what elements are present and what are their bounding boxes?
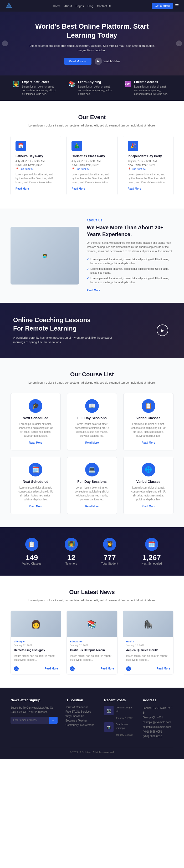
- course-readmore-6[interactable]: Read More: [142, 505, 155, 508]
- event-readmore-2[interactable]: Read More: [71, 187, 85, 190]
- course-readmore-4[interactable]: Read More: [29, 505, 42, 508]
- course-desc-3: Lorem ipsum dolor sit amet, consectetur …: [129, 422, 167, 438]
- nav-links: Home About Pages Blog Contact Us: [53, 4, 111, 8]
- access-icon: ♾️: [124, 81, 131, 88]
- course-title-3: Varied Classes: [129, 416, 167, 420]
- event-readmore-3[interactable]: Read More: [128, 187, 141, 190]
- footer-it-title: IT Solution: [65, 698, 96, 702]
- coaching-section: Online Coaching Lessons For Remote Learn…: [0, 303, 184, 358]
- footer-link-teacher[interactable]: Become a Teacher: [65, 719, 96, 722]
- about-check-3: ✓Lorem ipsum dolor sit amet, consectetur…: [87, 276, 174, 285]
- stat-icon-4: 🗓️: [145, 538, 158, 551]
- courses-section: Our Course List Lorem ipsum dolor sit am…: [0, 358, 184, 527]
- course-title-2: Full Day Sessions: [73, 416, 111, 420]
- course-desc-1: Lorem ipsum dolor sit amet, consectetur …: [17, 422, 55, 438]
- footer-grid: Newsletter Signup Subscribe To Our Newsl…: [10, 698, 174, 739]
- course-readmore-5[interactable]: Read More: [85, 505, 98, 508]
- feature-access-title: Lifetime Access: [134, 80, 172, 84]
- get-quote-button[interactable]: Get a quote: [152, 3, 173, 9]
- news-readmore-3[interactable]: Read More: [157, 667, 170, 670]
- about-readmore[interactable]: Read More: [87, 289, 100, 292]
- learn-icon: 📚: [68, 81, 75, 88]
- hero-content: World's Best Online Platform. Start Lear…: [26, 22, 158, 65]
- news-card-3: 🦍 Health January 12, 2022 Acpien Quarrie…: [123, 611, 174, 674]
- nav-pages[interactable]: Pages: [75, 4, 84, 8]
- nav-blog[interactable]: Blog: [88, 4, 93, 8]
- read-more-button[interactable]: Read More →: [64, 58, 91, 65]
- news-content-3: Ipsum facilisi non do dolor in repent qu…: [126, 654, 170, 662]
- newsletter-input[interactable]: [10, 717, 49, 724]
- course-readmore-1[interactable]: Read More: [29, 441, 42, 444]
- event-card-3: 🎉 Independent Day Party July 20, 2017 - …: [123, 136, 174, 195]
- logo[interactable]: [5, 2, 12, 9]
- news-content-2: Ipsum facilisi non do dolor in repent qu…: [70, 654, 114, 662]
- footer-post-1: 📷 Defacto Design Mz January 5, 2022: [104, 706, 135, 720]
- news-readmore-1[interactable]: Read More: [44, 667, 58, 670]
- stat-label-3: Total Student: [101, 562, 118, 565]
- stat-number-4: 1,267: [142, 554, 162, 562]
- nav-about[interactable]: About: [64, 4, 72, 8]
- hero-prev-button[interactable]: ‹: [2, 40, 8, 46]
- hamburger-icon[interactable]: ☰: [175, 3, 179, 8]
- course-card-3: 📋 Varied Classes Lorem ipsum dolor sit a…: [123, 393, 174, 451]
- event-date-2: July 20, 2017 - 12:00 AM: [71, 160, 112, 162]
- author-avatar-3: AG: [126, 666, 131, 671]
- footer: Newsletter Signup Subscribe To Our Newsl…: [0, 688, 184, 760]
- footer-post-img-2: 📷: [104, 722, 114, 732]
- about-content: ABOUT US We Have More Than About 20+ Yea…: [87, 219, 174, 292]
- features-bar: 👨‍🏫 Expert Instructors Lorem ipsum dolor…: [0, 75, 184, 101]
- course-card-1: 🎓 Next Scheduled Lorem ipsum dolor sit a…: [10, 393, 61, 451]
- stat-label-2: Teachers: [65, 562, 78, 565]
- author-avatar-2: GO: [70, 666, 75, 671]
- nav-contact[interactable]: Contact Us: [97, 4, 111, 8]
- footer-recent-posts: Recent Posts 📷 Defacto Design Mz January…: [104, 698, 135, 739]
- footer-link-why[interactable]: Why Choose Us: [65, 715, 96, 718]
- about-section: 👩‍💻 ABOUT US We Have More Than About 20+…: [0, 209, 184, 303]
- events-title: Our Event: [10, 114, 174, 121]
- about-label: ABOUT US: [87, 219, 174, 222]
- feature-learn-title: Learn Anything: [78, 80, 116, 84]
- stat-icon-3: 👩‍🎓: [103, 538, 116, 551]
- course-readmore-2[interactable]: Read More: [85, 441, 98, 444]
- footer-link-terms[interactable]: Terms & Conditions: [65, 706, 96, 709]
- coaching-play-button[interactable]: ▶: [157, 324, 168, 336]
- watch-video-button[interactable]: ▶ Watch Video: [95, 58, 120, 65]
- event-readmore-1[interactable]: Read More: [16, 187, 29, 190]
- course-icon-4: 🗓️: [29, 463, 42, 476]
- footer-link-services[interactable]: Free BToJits Services: [65, 710, 96, 713]
- event-card-2: 🎄 Christmas Class Party July 20, 2017 - …: [66, 136, 117, 195]
- feature-learn-desc: Lorem ipsum dolor sit amet, consectetur …: [78, 85, 116, 96]
- event-address-1: New Delhi Street,10028: [16, 163, 56, 166]
- course-readmore-3[interactable]: Read More: [142, 441, 155, 444]
- expert-icon: 👨‍🏫: [12, 81, 20, 88]
- event-location-1: 📍 Loc Item #3: [16, 167, 56, 170]
- footer-it-solution: IT Solution Terms & Conditions Free BToJ…: [65, 698, 96, 739]
- event-title-1: Father's Day Party: [16, 154, 56, 158]
- course-desc-6: Lorem ipsum dolor sit amet, consectetur …: [129, 486, 167, 501]
- feature-access: ♾️ Lifetime Access Lorem ipsum dolor sit…: [124, 80, 172, 96]
- news-image-3: 🦍: [123, 611, 173, 637]
- courses-desc: Lorem ipsum dolor sit amet, consectetur …: [26, 380, 158, 385]
- events-grid: 📅 Father's Day Party July 20, 2017 - 12:…: [10, 136, 174, 195]
- feature-expert-desc: Lorem ipsum dolor sit amet, consectetur …: [22, 85, 60, 96]
- event-location-3: 📍 Loc Item #3: [128, 167, 168, 170]
- navigation: Home About Pages Blog Contact Us Get a q…: [0, 0, 184, 11]
- hero-description: Etiam sit amet orci eget eros faucibus t…: [26, 44, 158, 53]
- news-date-3: January 12, 2022: [126, 644, 170, 647]
- news-readmore-2[interactable]: Read More: [101, 667, 114, 670]
- coaching-desc: A wonderful serenity has taken possessio…: [13, 336, 113, 345]
- news-image-1: 👩: [11, 611, 61, 637]
- newsletter-submit-button[interactable]: →: [49, 717, 58, 724]
- news-date-1: January 12, 2022: [14, 644, 58, 647]
- stat-label-4: Next Scheduled: [142, 562, 162, 565]
- footer-copyright: © 2022 IT Solution. All rights reserved.: [10, 747, 174, 754]
- event-date-3: July 20, 2017 - 12:00 AM: [128, 160, 168, 162]
- news-headline-1: Defacto Ling Est Igpsy: [14, 648, 58, 652]
- hero-next-button[interactable]: ›: [176, 40, 182, 46]
- news-grid: 👩 Lifestyle January 12, 2022 Defacto Lin…: [10, 611, 174, 674]
- course-desc-2: Lorem ipsum dolor sit amet, consectetur …: [73, 422, 111, 438]
- nav-home[interactable]: Home: [53, 4, 60, 8]
- footer-link-community[interactable]: Community Involvement: [65, 724, 96, 726]
- footer-post-2: 📷 Simulations veritropo January 5, 2022: [104, 722, 135, 737]
- stat-number-1: 149: [22, 554, 41, 562]
